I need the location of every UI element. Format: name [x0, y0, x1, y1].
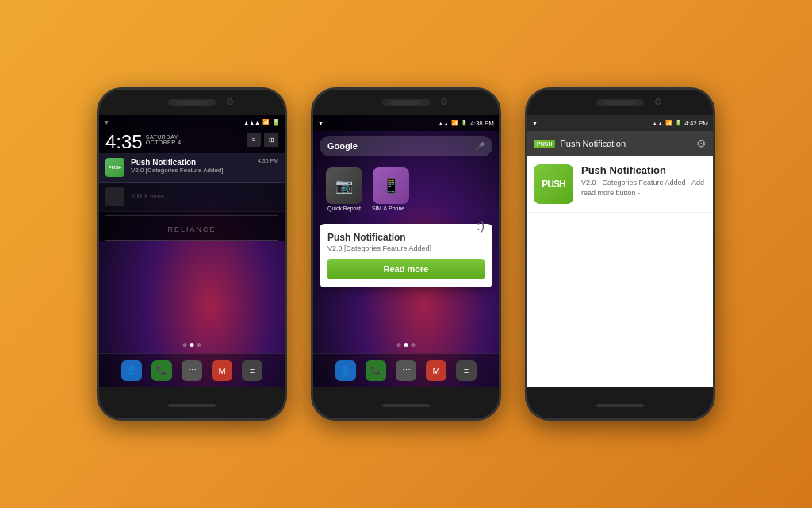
- status-bar-2: ▼ ▲▲ 📶 🔋 4:38 PM: [313, 115, 499, 131]
- grid-icon-box: ⊞: [264, 133, 278, 147]
- dock-gmail-icon[interactable]: M: [212, 360, 232, 381]
- app-item-2[interactable]: 📱 SIM & Phone...: [372, 167, 409, 211]
- notif-text-2: SIM & more...: [131, 187, 278, 202]
- dock-apps-icon[interactable]: ⋯: [182, 360, 202, 381]
- dot-2-1: [397, 343, 401, 347]
- notif-time-1: 4:35 PM: [258, 158, 278, 167]
- push-large-icon: PUSH: [534, 164, 573, 204]
- top-right-actions: ≡ ⊞: [247, 133, 278, 147]
- wifi-icon-1: 📶: [262, 119, 270, 125]
- popup-title: Push Notification: [327, 232, 431, 243]
- dock-menu-icon[interactable]: ≡: [242, 360, 262, 381]
- date-display-1: SATURDAY OCTOBER 4: [146, 134, 182, 145]
- dock2-phone-icon[interactable]: 📞: [366, 360, 386, 381]
- phone-speaker-1: [176, 101, 208, 105]
- grid-icon: ⊞: [269, 137, 274, 144]
- popup-notification[interactable]: Push Notification V2.0 [Categories Featu…: [320, 224, 492, 287]
- date-label: OCTOBER 4: [146, 140, 182, 145]
- dock2-person-icon[interactable]: 👤: [335, 360, 356, 381]
- dock2-apps-icon[interactable]: ⋯: [396, 360, 416, 381]
- notif-subtitle-1: V2.0 [Categories Feature Added]: [131, 167, 278, 174]
- apps-icon-2: ⋯: [402, 365, 411, 375]
- push-badge-topbar: PUSH: [534, 140, 555, 148]
- popup-subtitle: V2.0 [Categories Feature Added]: [327, 244, 431, 252]
- dock2-menu-icon[interactable]: ≡: [456, 360, 477, 381]
- time-display-2: 4:38 PM: [470, 120, 494, 127]
- notif-dot-3: ▼: [532, 121, 538, 126]
- notif-app-icon-2: [105, 187, 124, 206]
- apps-icon: ⋯: [188, 365, 197, 375]
- phone-speaker-2: [390, 101, 422, 105]
- notif-text: Push Notification 4:35 PM V2.0 [Categori…: [131, 158, 278, 174]
- signal-icon-3: 📶: [665, 120, 672, 126]
- popup-smiley: :): [477, 219, 485, 233]
- time-row-1: 4:35 SATURDAY OCTOBER 4 ≡ ⊞: [99, 129, 285, 153]
- app-dock-1: 👤 📞 ⋯ M ≡: [99, 353, 285, 387]
- gmail-icon-2: M: [432, 366, 439, 375]
- person-icon: 👤: [126, 365, 137, 375]
- notification-shade: ▼ ▲▲▲ 📶 🔋 4:35 SATURDAY OCTOBER 4: [99, 115, 285, 241]
- notification-dot-2: ▼: [318, 121, 324, 126]
- card-desc-3: V2.0 - Categories Feature Added - Add re…: [581, 178, 707, 198]
- page-dots-2: [397, 338, 416, 352]
- person-icon-2: 👤: [340, 365, 351, 375]
- notification-card-3[interactable]: PUSH Push Notification V2.0 - Categories…: [527, 156, 713, 213]
- notif-subtitle-2: SIM & more...: [131, 193, 170, 200]
- phone-screen-2: ▼ ▲▲ 📶 🔋 4:38 PM Google 🎤 📷: [313, 115, 499, 387]
- phone-speaker-3: [604, 101, 636, 105]
- menu-icon: ≡: [250, 366, 255, 375]
- day-label: SATURDAY: [146, 134, 182, 140]
- dot-2: [190, 343, 194, 347]
- phone-3: ▼ ▲▲ 📶 🔋 4:42 PM PUSH Push Notification …: [525, 87, 715, 421]
- read-more-button[interactable]: Read more: [327, 259, 485, 279]
- time-display-3: 4:42 PM: [684, 120, 708, 127]
- home-button-2[interactable]: [382, 404, 430, 407]
- status-icon-left: ▼: [104, 120, 109, 125]
- android-screen-3: ▼ ▲▲ 📶 🔋 4:42 PM PUSH Push Notification …: [527, 115, 713, 387]
- sim-icon: 📱: [382, 177, 400, 194]
- phone-icon: 📞: [156, 365, 167, 375]
- app-topbar-3: PUSH Push Notification ⚙: [527, 131, 713, 156]
- gmail-icon: M: [218, 366, 225, 375]
- battery-icon-3: 🔋: [675, 120, 682, 126]
- battery-icon-2: 🔋: [461, 120, 468, 126]
- dock-person-icon[interactable]: 👤: [121, 360, 142, 381]
- menu-icon-2: ≡: [464, 366, 469, 375]
- app-dock-2: 👤 📞 ⋯ M ≡: [313, 353, 499, 387]
- notification-item-1[interactable]: PUSH Push Notification 4:35 PM V2.0 [Cat…: [99, 153, 285, 183]
- dot-1: [183, 343, 187, 347]
- phone-screen-1: ▼ ▲▲▲ 📶 🔋 4:35 SATURDAY OCTOBER 4: [99, 115, 285, 387]
- settings-icon-box: ≡: [247, 133, 261, 147]
- signal-icon-1: ▲▲▲: [243, 120, 260, 125]
- notif-icon-label: PUSH: [109, 165, 122, 170]
- settings-gear-icon[interactable]: ⚙: [696, 137, 707, 150]
- home-button-1[interactable]: [168, 404, 216, 407]
- reliance-label: RELIANCE: [99, 219, 285, 240]
- home-app-grid: 📷 Quick Repost 📱 SIM & Phone...: [313, 161, 499, 217]
- phone-camera-1: [227, 98, 233, 105]
- quick-repost-icon: 📷: [326, 167, 362, 204]
- home-button-3[interactable]: [596, 404, 644, 407]
- page-dots-1: [183, 338, 201, 352]
- popup-text-area: Push Notification V2.0 [Categories Featu…: [327, 232, 431, 252]
- notification-item-2: SIM & more...: [99, 183, 285, 212]
- card-text-area: Push Notification V2.0 - Categories Feat…: [581, 164, 707, 198]
- dock-phone-icon[interactable]: 📞: [151, 360, 172, 381]
- phone-1: ▼ ▲▲▲ 📶 🔋 4:35 SATURDAY OCTOBER 4: [97, 87, 287, 421]
- battery-icon-1: 🔋: [272, 119, 280, 126]
- google-search-bar[interactable]: Google 🎤: [320, 136, 492, 156]
- dot-2-2: [404, 343, 408, 347]
- dock2-gmail-icon[interactable]: M: [426, 360, 446, 381]
- phone-screen-3: ▼ ▲▲ 📶 🔋 4:42 PM PUSH Push Notification …: [527, 115, 713, 387]
- mic-icon: 🎤: [475, 142, 485, 151]
- settings-icon: ≡: [252, 137, 256, 144]
- sim-phone-icon: 📱: [373, 167, 409, 204]
- topbar-title-3: Push Notification: [560, 139, 691, 148]
- app-label-1: Quick Repost: [327, 206, 361, 211]
- dot-2-3: [412, 343, 416, 347]
- wifi-icon-2: ▲▲: [438, 121, 449, 126]
- google-logo: Google: [327, 141, 358, 151]
- app-item-1[interactable]: 📷 Quick Repost: [326, 167, 362, 211]
- push-icon-text: PUSH: [542, 179, 565, 190]
- notif-title-1: Push Notification: [131, 158, 196, 167]
